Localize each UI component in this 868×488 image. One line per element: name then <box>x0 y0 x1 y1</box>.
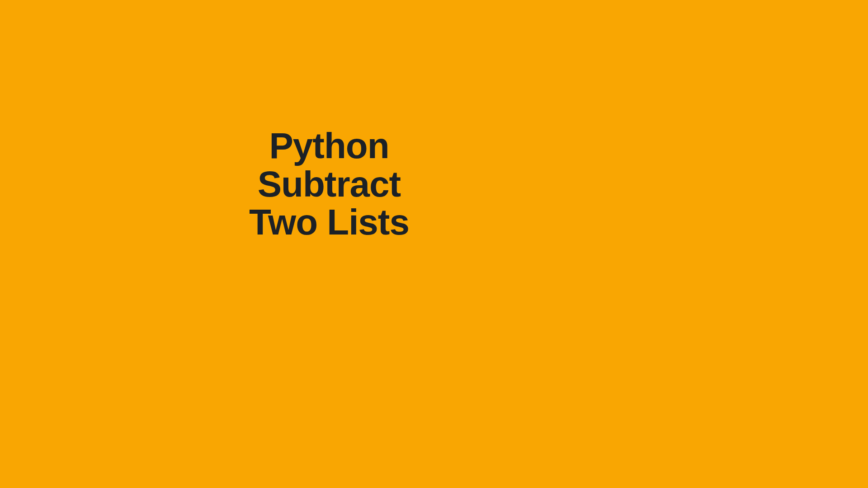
title-container: Python Subtract Two Lists <box>249 127 409 242</box>
title-line-2: Subtract <box>249 165 409 204</box>
title-line-3: Two Lists <box>249 203 409 242</box>
title-line-1: Python <box>249 127 409 165</box>
